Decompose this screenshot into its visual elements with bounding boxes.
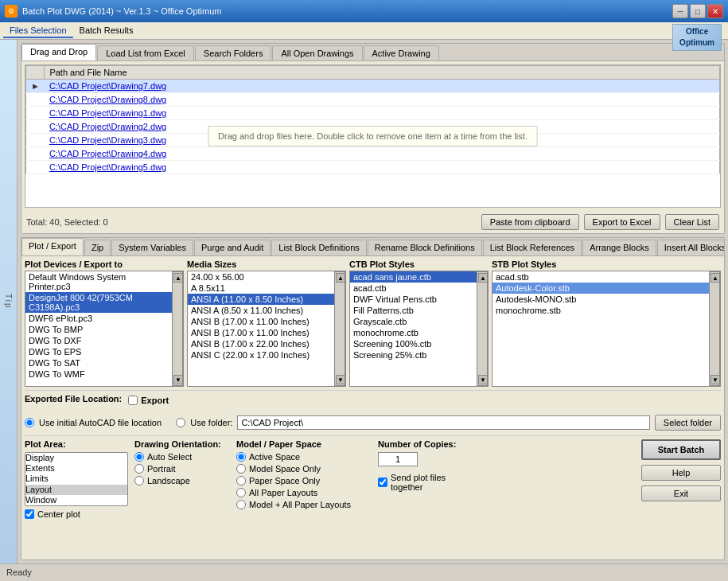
devices-scroll-up[interactable]: ▲ xyxy=(173,273,183,283)
clear-list-button[interactable]: Clear List xyxy=(665,214,719,230)
tab-search-folders[interactable]: Search Folders xyxy=(195,45,272,60)
table-row[interactable]: C:\CAD Project\Drawing3.dwg xyxy=(26,134,720,147)
list-item[interactable]: ANSI B (17.00 x 22.00 Inches) xyxy=(188,338,334,349)
file-link[interactable]: C:\CAD Project\Drawing8.dwg xyxy=(49,95,166,104)
model-option[interactable]: Model + All Paper Layouts xyxy=(236,500,372,509)
tab-system-variables[interactable]: System Variables xyxy=(111,240,193,255)
use-initial-label: Use initial AutoCAD file location xyxy=(39,418,162,427)
plot-area-select[interactable]: DisplayExtentsLimitsLayoutWindow xyxy=(25,452,128,506)
list-item[interactable]: ANSI A (8.50 x 11.00 Inches) xyxy=(188,305,334,316)
list-item[interactable]: DWG To SAT xyxy=(25,357,172,368)
tab-load-excel[interactable]: Load List from Excel xyxy=(97,45,194,60)
list-item[interactable]: Screening 25%.ctb xyxy=(350,349,477,361)
ctb-scroll-up[interactable]: ▲ xyxy=(478,273,488,283)
table-row[interactable]: C:\CAD Project\Drawing8.dwg xyxy=(26,93,720,107)
model-option[interactable]: All Paper Layouts xyxy=(236,488,372,497)
menu-batch-results[interactable]: Batch Results xyxy=(73,24,140,38)
use-folder-radio[interactable] xyxy=(176,418,185,427)
list-item[interactable]: monochrome.stb xyxy=(492,305,709,316)
tab-list-block-ref[interactable]: List Block References xyxy=(483,240,582,255)
list-item[interactable]: 24.00 x 56.00 xyxy=(188,271,334,283)
table-row[interactable]: C:\CAD Project\Drawing5.dwg xyxy=(26,161,720,174)
media-list[interactable]: 24.00 x 56.00A 8.5x11ANSI A (11.00 x 8.5… xyxy=(187,271,346,387)
file-link[interactable]: C:\CAD Project\Drawing1.dwg xyxy=(49,108,166,118)
tab-arrange-blocks[interactable]: Arrange Blocks xyxy=(582,240,656,255)
list-item[interactable]: DesignJet 800 42(7953CM C3198A).pc3 xyxy=(25,292,172,313)
list-item[interactable]: DWG To DXF xyxy=(25,335,172,346)
orientation-option[interactable]: Auto Select xyxy=(134,452,230,462)
list-item[interactable]: DWG To EPS xyxy=(25,346,172,357)
list-item[interactable]: ANSI B (17.00 x 11.00 Inches) xyxy=(188,327,334,338)
media-scroll-down[interactable]: ▼ xyxy=(336,375,345,384)
center-plot-checkbox[interactable] xyxy=(25,509,34,519)
minimize-button[interactable]: ─ xyxy=(672,4,688,18)
file-link[interactable]: C:\CAD Project\Drawing7.dwg xyxy=(49,81,166,91)
list-item[interactable]: monochrome.ctb xyxy=(350,327,477,338)
export-excel-button[interactable]: Export to Excel xyxy=(584,214,660,230)
list-item[interactable]: acad.stb xyxy=(492,271,709,283)
close-button[interactable]: ✕ xyxy=(707,4,723,18)
orientation-option[interactable]: Portrait xyxy=(134,464,230,474)
table-row[interactable]: C:\CAD Project\Drawing2.dwg xyxy=(26,120,720,134)
ctb-list[interactable]: acad sans jaune.ctbacad.ctbDWF Virtual P… xyxy=(349,271,489,387)
tab-active-drawing[interactable]: Active Drawing xyxy=(364,45,439,60)
plot-panel: Plot / Export Zip System Variables Purge… xyxy=(21,237,725,560)
list-item[interactable]: ANSI A (11.00 x 8.50 Inches) xyxy=(188,294,334,305)
list-item[interactable]: acad sans jaune.ctb xyxy=(350,271,477,283)
list-item[interactable]: DWG To BMP xyxy=(25,324,172,335)
select-folder-button[interactable]: Select folder xyxy=(655,415,721,431)
list-item[interactable]: DWG To WMF xyxy=(25,368,172,380)
tab-drag-drop[interactable]: Drag and Drop xyxy=(21,44,96,60)
stb-list[interactable]: acad.stbAutodesk-Color.stbAutodesk-MONO.… xyxy=(492,271,721,387)
list-item[interactable]: Autodesk-Color.stb xyxy=(492,283,709,294)
list-item[interactable]: DWF6 ePlot.pc3 xyxy=(25,313,172,324)
file-link[interactable]: C:\CAD Project\Drawing4.dwg xyxy=(49,149,166,158)
model-option[interactable]: Paper Space Only xyxy=(236,476,372,485)
folder-path-input[interactable] xyxy=(237,415,649,430)
file-list-wrapper[interactable]: Path and File Name ►C:\CAD Project\Drawi… xyxy=(25,64,721,208)
table-row[interactable]: ►C:\CAD Project\Drawing7.dwg xyxy=(26,80,720,93)
file-link[interactable]: C:\CAD Project\Drawing3.dwg xyxy=(49,135,166,145)
media-scroll-up[interactable]: ▲ xyxy=(336,273,345,283)
start-batch-button[interactable]: Start Batch xyxy=(641,439,721,460)
model-option[interactable]: Active Space xyxy=(236,452,372,462)
exit-button[interactable]: Exit xyxy=(641,485,721,501)
tab-insert-all-blocks[interactable]: Insert All Blocks xyxy=(657,240,724,255)
list-item[interactable]: ANSI B (17.00 x 11.00 Inches) xyxy=(188,316,334,327)
stb-scroll-down[interactable]: ▼ xyxy=(710,375,720,384)
file-link[interactable]: C:\CAD Project\Drawing2.dwg xyxy=(49,122,166,131)
list-item[interactable]: Grayscale.ctb xyxy=(350,316,477,327)
table-row[interactable]: C:\CAD Project\Drawing4.dwg xyxy=(26,147,720,161)
list-item[interactable]: Screening 100%.ctb xyxy=(350,338,477,349)
file-link[interactable]: C:\CAD Project\Drawing5.dwg xyxy=(49,162,166,172)
tab-zip[interactable]: Zip xyxy=(84,240,111,255)
tab-list-block-def[interactable]: List Block Definitions xyxy=(271,240,367,255)
help-button[interactable]: Help xyxy=(641,465,721,481)
list-item[interactable]: ANSI C (22.00 x 17.00 Inches) xyxy=(188,349,334,361)
maximize-button[interactable]: □ xyxy=(690,4,706,18)
list-item[interactable]: DWF Virtual Pens.ctb xyxy=(350,294,477,305)
devices-list[interactable]: Default Windows System Printer.pc3Design… xyxy=(25,271,184,387)
orientation-option[interactable]: Landscape xyxy=(134,476,230,485)
list-item[interactable]: acad.ctb xyxy=(350,283,477,294)
copies-input[interactable] xyxy=(378,452,418,466)
table-row[interactable]: C:\CAD Project\Drawing1.dwg xyxy=(26,107,720,120)
tab-purge-audit[interactable]: Purge and Audit xyxy=(194,240,271,255)
ctb-scroll-down[interactable]: ▼ xyxy=(478,375,488,384)
devices-scroll-down[interactable]: ▼ xyxy=(173,375,183,384)
model-option[interactable]: Model Space Only xyxy=(236,464,372,474)
export-checkbox[interactable] xyxy=(128,396,138,405)
send-plot-checkbox[interactable] xyxy=(378,478,387,487)
paste-clipboard-button[interactable]: Paste from clipboard xyxy=(481,214,579,230)
list-item[interactable]: Autodesk-MONO.stb xyxy=(492,294,709,305)
tab-all-open[interactable]: All Open Drawings xyxy=(272,45,362,60)
use-initial-radio[interactable] xyxy=(25,418,34,427)
tab-rename-block[interactable]: Rename Block Definitions xyxy=(368,240,482,255)
list-item[interactable]: Default Windows System Printer.pc3 xyxy=(25,271,172,292)
list-item[interactable]: Fill Patterns.ctb xyxy=(350,305,477,316)
list-item[interactable]: A 8.5x11 xyxy=(188,283,334,294)
menu-files-selection[interactable]: Files Selection xyxy=(3,24,73,38)
stb-scroll-up[interactable]: ▲ xyxy=(710,273,720,283)
status-text: Ready xyxy=(6,567,32,577)
tab-plot-export[interactable]: Plot / Export xyxy=(21,238,84,255)
